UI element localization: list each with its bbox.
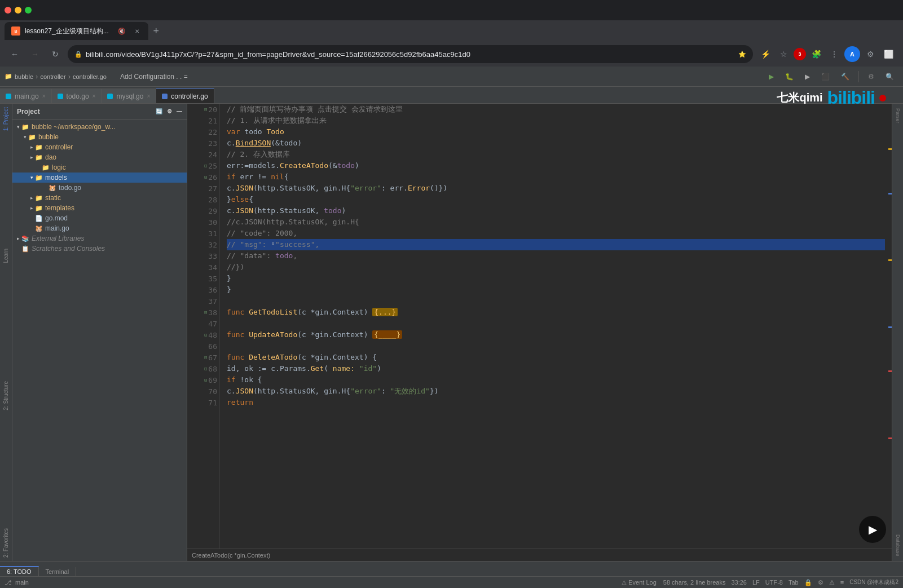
tab-mysql-go-label: mysql.go [116,92,143,100]
run-button[interactable]: ▶ [764,70,778,83]
event-log-link[interactable]: ⚠ Event Log [622,579,657,586]
tree-item-dao[interactable]: ▸ 📁 dao [12,152,187,162]
tab-mysql-go[interactable]: mysql.go × [102,89,156,103]
add-config-area[interactable]: Add Configuration . . = [120,73,188,81]
code-line-22: var todo Todo [227,126,885,138]
url-bar[interactable]: 🔒 bilibili.com/video/BV1gJ411p7xC/?p=27&… [68,45,753,63]
panel-2-favorites[interactable]: 2: Favorites [2,525,10,561]
lock-icon: 🔒 [804,579,812,586]
tree-item-logic[interactable]: 📁 logic [12,162,187,173]
tab-controller-go-label: controller.go [171,92,208,100]
sync-button[interactable]: 🔄 [156,108,162,114]
tree-item-models[interactable]: ▾ 📁 models [12,173,187,183]
puzzle-icon[interactable]: 🧩 [808,46,824,62]
tree-static-label: static [45,194,61,202]
vcs-button[interactable]: ⚙ [864,70,879,83]
code-scroll[interactable]: ⊟20 21 22 23 24 ⊟25 ⊟26 27 28 29 30 [187,104,892,549]
bottom-tabs: 6: TODO Terminal [0,562,903,576]
search-everywhere[interactable]: 🔍 [881,70,898,83]
code-line-34: //}) [227,262,885,273]
tab-mysql-go-close[interactable]: × [147,93,150,99]
scroll-marker-yellow-1 [888,148,892,150]
bilibili-player-button[interactable]: ▶ [859,516,886,543]
code-line-28: }else{ [227,194,885,205]
more-tools-icon[interactable]: ⚙ [862,46,878,62]
code-line-35: } [227,273,885,284]
database-label[interactable]: Database [895,530,901,561]
tree-models-todo-label: todo.go [59,184,81,192]
code-line-71: return [227,397,885,408]
tree-templates-label: templates [45,204,74,212]
tree-gomod-label: go.mod [45,214,68,222]
maximize-icon[interactable]: ⬜ [880,46,896,62]
parser-label[interactable]: Parser [895,104,901,128]
bottom-tab-todo[interactable]: 6: TODO [0,566,39,576]
active-browser-tab[interactable]: B lesson27_企业级项目结构... 🔇 ✕ [5,22,148,40]
project-panel: Project 🔄 ⚙ — ▾ 📁 bubble ~/workspace/go_… [12,104,187,561]
bookmark-icon[interactable]: ☆ [776,46,791,62]
settings-icon2[interactable]: ⚙ [818,579,823,586]
tab-close-button[interactable]: ✕ [133,26,142,36]
code-content: // 前端页面填写待办事项 点击提交 会发请求到这里 // 1. 从请求中把数据… [220,104,885,549]
code-line-27: c.JSON(http.StatusOK, gin.H{"error": err… [227,183,885,194]
tree-logic-label: logic [52,163,66,171]
tab-todo-go[interactable]: todo.go × [52,89,102,103]
project-tree: ▾ 📁 bubble ~/workspace/go_w... ▾ 📁 bubbl… [12,120,187,561]
tree-item-bubble[interactable]: ▾ 📁 bubble [12,132,187,142]
bottom-tab-terminal[interactable]: Terminal [39,567,77,576]
new-tab-button[interactable]: + [148,23,164,39]
tree-item-static[interactable]: ▸ 📁 static [12,193,187,203]
stop-button[interactable]: ⬛ [817,70,834,83]
controller-breadcrumb: controller [40,73,65,80]
debug-button[interactable]: 🐛 [781,70,798,83]
project-title: Project [17,108,40,116]
fold-arrow-38: ⊟ [204,310,207,315]
git-status: ⎇ main [5,579,29,586]
code-line-38: func GetTodoList(c *gin.Context) {...} [227,307,885,318]
url-text: bilibili.com/video/BV1gJ411p7xC/?p=27&sp… [86,50,735,59]
back-button[interactable]: ← [7,46,23,62]
profile-button[interactable]: A [844,46,860,62]
tab-todo-go-close[interactable]: × [92,93,96,99]
tree-item-scratches[interactable]: 📋 Scratches and Consoles [12,244,187,254]
tree-item-root[interactable]: ▾ 📁 bubble ~/workspace/go_w... [12,122,187,132]
code-line-23: c.BindJSON(&todo) [227,138,885,149]
coverage-button[interactable]: ▶ [800,70,814,83]
indent-icon: ≡ [840,579,844,586]
code-line-20: // 前端页面填写待办事项 点击提交 会发请求到这里 [227,104,885,115]
go-file-icon-mysql [107,94,113,99]
collapse-icon[interactable]: — [177,108,182,114]
tree-item-ext-libs[interactable]: ▸ 📚 External Libraries [12,233,187,244]
tree-models-label: models [45,174,67,182]
chars-info: 58 chars, 2 line breaks [663,579,726,586]
forward-button[interactable]: → [27,46,43,62]
fold-arrow-25: ⊟ [204,163,207,169]
build-button[interactable]: 🔨 [836,70,854,83]
tab-main-go-close[interactable]: × [42,93,46,99]
panel-2-structure[interactable]: 2: Structure [2,378,10,414]
tab-mute-icon[interactable]: 🔇 [118,28,126,35]
file-tabs: main.go × todo.go × mysql.go × controlle… [0,87,903,104]
tree-item-main-go[interactable]: 🐹 main.go [12,223,187,233]
tree-item-gomod[interactable]: 📄 go.mod [12,213,187,223]
tree-item-models-todo[interactable]: 🐹 todo.go [12,183,187,193]
code-line-66 [227,341,885,352]
panel-1-project[interactable]: 1: Project [2,104,10,134]
tab-main-go[interactable]: main.go × [0,89,52,103]
code-line-37 [227,295,885,307]
tree-main-go-label: main.go [45,224,69,232]
tab-controller-go[interactable]: controller.go [156,89,214,103]
tree-item-controller[interactable]: ▸ 📁 controller [12,142,187,152]
panel-learn[interactable]: Learn [2,245,10,267]
tree-item-templates[interactable]: ▸ 📁 templates [12,203,187,213]
settings-icon[interactable]: ⋮ [826,46,842,62]
browser-toolbar-icons: ⚡ ☆ 3 🧩 ⋮ A ⚙ ⬜ [757,46,896,62]
fold-arrow-20: ⊟ [204,107,207,112]
reload-button[interactable]: ↻ [47,46,63,62]
code-line-36: } [227,284,885,295]
gear-icon[interactable]: ⚙ [167,108,172,114]
extensions-icon[interactable]: ⚡ [757,46,773,62]
add-config-label: Add Configuration . . = [120,73,188,81]
fold-arrow-69: ⊟ [204,377,207,383]
csdn-notification[interactable]: 3 [794,48,806,60]
